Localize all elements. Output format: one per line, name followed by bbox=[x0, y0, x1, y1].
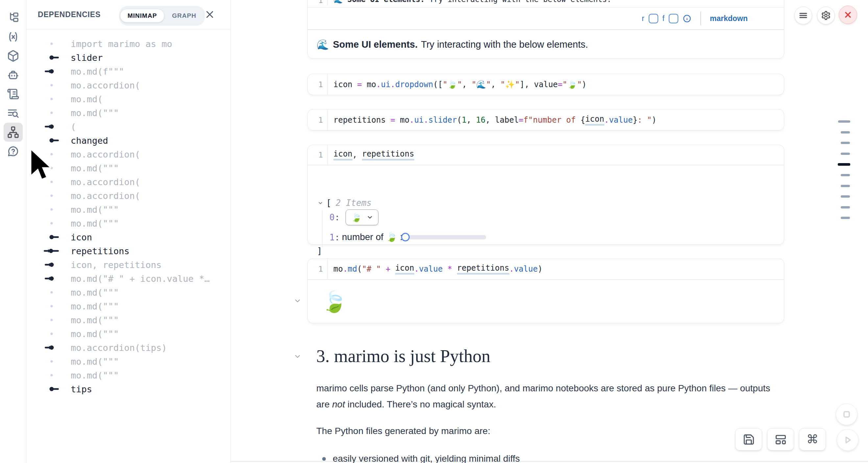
cell-position-dash[interactable] bbox=[841, 153, 850, 155]
settings-button[interactable] bbox=[817, 7, 835, 24]
minimap-item[interactable]: mo.md(""" bbox=[26, 299, 230, 313]
cell-position-dash[interactable] bbox=[841, 142, 850, 144]
minimap-item[interactable]: changed bbox=[26, 133, 230, 147]
cell-connection-icon bbox=[43, 41, 61, 46]
minimap-item[interactable]: mo.accordion(tips) bbox=[26, 341, 230, 354]
minimap-item[interactable]: mo.md(""" bbox=[26, 285, 230, 299]
minimap-item[interactable]: icon bbox=[26, 230, 230, 244]
close-icon bbox=[205, 9, 217, 20]
item-count: 2 Items bbox=[336, 198, 372, 208]
command-icon: ⌘ bbox=[807, 433, 818, 445]
minimap-item[interactable]: mo.accordion( bbox=[26, 175, 230, 189]
info-icon[interactable] bbox=[683, 14, 691, 23]
run-button[interactable] bbox=[837, 429, 859, 451]
collapse-section-chevron-icon[interactable] bbox=[293, 352, 302, 361]
sidebar-item-variables[interactable] bbox=[4, 27, 23, 47]
minimap-item[interactable]: mo.md(""" bbox=[26, 327, 230, 341]
minimap-item[interactable]: mo.md( bbox=[26, 92, 230, 106]
cell-connection-icon bbox=[43, 207, 61, 212]
minimap-item[interactable]: mo.accordion( bbox=[26, 78, 230, 92]
sidebar-item-logs[interactable] bbox=[4, 85, 23, 103]
minimap-item[interactable]: mo.md(""" bbox=[26, 161, 230, 175]
command-palette-button[interactable]: ⌘ bbox=[799, 428, 826, 451]
minimap-item[interactable]: import marimo as mo bbox=[26, 37, 230, 51]
markdown-source-line[interactable]: 🌊 Some UI elements. Try interacting with… bbox=[328, 0, 612, 6]
sidebar-item-ai-assistant[interactable] bbox=[4, 65, 23, 85]
minimap-item-label: slider bbox=[71, 53, 103, 63]
slider-track[interactable] bbox=[405, 235, 486, 239]
dependencies-icon bbox=[7, 126, 20, 138]
variables-icon bbox=[7, 31, 20, 43]
minimap-item[interactable]: mo.md(""" bbox=[26, 313, 230, 327]
cell-output: 🍃 bbox=[308, 280, 784, 323]
sidebar-item-file-tree[interactable] bbox=[4, 8, 23, 27]
cell-connection-icon bbox=[43, 345, 61, 350]
code-editor[interactable]: mo.md("# " + icon.value * repetitions.va… bbox=[328, 259, 784, 279]
paragraph-line: marimo cells parse Python (and only Pyth… bbox=[316, 383, 777, 394]
minimap-item[interactable]: mo.md(""" bbox=[26, 106, 230, 120]
minimap-item[interactable]: mo.md(""" bbox=[26, 203, 230, 216]
code-editor[interactable]: icon, repetitions bbox=[328, 145, 784, 165]
cell-position-dash[interactable] bbox=[838, 163, 850, 166]
sidebar-item-packages[interactable] bbox=[4, 47, 23, 65]
line-number: 1 bbox=[308, 145, 328, 165]
icon-dropdown-select[interactable]: 🍃 bbox=[346, 210, 378, 225]
cell-connection-icon bbox=[43, 193, 61, 198]
play-icon bbox=[842, 435, 853, 445]
collapse-cell-chevron-icon[interactable] bbox=[293, 297, 302, 305]
cell-position-dash[interactable] bbox=[841, 131, 850, 133]
minimap-item-label: mo.md(""" bbox=[71, 108, 119, 118]
tree-collapse-icon[interactable] bbox=[318, 200, 323, 206]
minimap-item[interactable]: mo.md(""" bbox=[26, 368, 230, 382]
sidebar-item-outline-search[interactable] bbox=[4, 103, 23, 123]
cell-position-dash[interactable] bbox=[841, 206, 850, 209]
tab-graph[interactable]: GRAPH bbox=[165, 9, 204, 22]
help-icon bbox=[7, 145, 20, 157]
cell-connection-icon bbox=[43, 124, 61, 129]
language-indicator[interactable]: markdown bbox=[710, 14, 748, 23]
markdown-editor-toolbar: r f markdown bbox=[308, 7, 784, 30]
save-button[interactable] bbox=[735, 428, 762, 451]
cell-position-dash[interactable] bbox=[841, 174, 850, 176]
minimap-item-label: mo.md(""" bbox=[71, 315, 119, 325]
slider-handle[interactable] bbox=[401, 233, 410, 241]
minimap-item[interactable]: mo.md("# " + icon.value *… bbox=[26, 272, 230, 285]
minimap-item[interactable]: repetitions bbox=[26, 244, 230, 258]
minimap-item[interactable]: slider bbox=[26, 51, 230, 64]
raw-string-checkbox[interactable] bbox=[649, 14, 658, 23]
stop-button[interactable] bbox=[836, 403, 858, 425]
minimap-item-label: mo.md(""" bbox=[71, 287, 119, 298]
f-string-checkbox[interactable] bbox=[669, 14, 678, 23]
minimap-item[interactable]: icon, repetitions bbox=[26, 258, 230, 272]
sidebar-item-help[interactable] bbox=[4, 142, 23, 161]
code-editor[interactable]: icon = mo.ui.dropdown(["🍃", "🌊", "✨"], v… bbox=[328, 74, 784, 95]
minimap-item-label: mo.accordion( bbox=[71, 177, 140, 187]
cell-position-dash[interactable] bbox=[841, 185, 850, 187]
cell-position-dash[interactable] bbox=[838, 120, 850, 123]
wave-emoji: 🌊 bbox=[317, 39, 329, 50]
tab-minimap[interactable]: MINIMAP bbox=[120, 9, 164, 22]
minimap-item[interactable]: mo.accordion( bbox=[26, 147, 230, 161]
minimap-item[interactable]: ( bbox=[26, 120, 230, 133]
notebook-menu-button[interactable] bbox=[794, 7, 812, 24]
minimap-item[interactable]: tips bbox=[26, 382, 230, 396]
minimap-item[interactable]: mo.accordion( bbox=[26, 189, 230, 203]
cell-connection-icon bbox=[43, 359, 61, 364]
close-panel-button[interactable] bbox=[205, 8, 217, 21]
markdown-editor[interactable]: 1 🌊 Some UI elements. Try interacting wi… bbox=[308, 0, 784, 7]
minimap-item[interactable]: mo.md(f""" bbox=[26, 64, 230, 78]
bullet-dot bbox=[322, 457, 326, 461]
minimap-item-label: repetitions bbox=[71, 246, 129, 256]
minimap-item-label: tips bbox=[71, 384, 92, 394]
minimap-cell-list: import marimo as moslidermo.md(f"""mo.ac… bbox=[26, 37, 230, 396]
packages-icon bbox=[7, 50, 20, 62]
shutdown-button[interactable] bbox=[839, 6, 857, 24]
cell-position-dash[interactable] bbox=[841, 195, 850, 197]
minimap-item[interactable]: mo.md(""" bbox=[26, 354, 230, 368]
cell-position-dash[interactable] bbox=[841, 217, 850, 219]
cell-connection-icon bbox=[43, 332, 61, 336]
sidebar-item-dependencies[interactable] bbox=[4, 123, 23, 142]
layout-toggle-button[interactable] bbox=[767, 428, 794, 451]
minimap-item[interactable]: mo.md(""" bbox=[26, 216, 230, 230]
code-editor[interactable]: repetitions = mo.ui.slider(1, 16, label=… bbox=[328, 110, 784, 130]
